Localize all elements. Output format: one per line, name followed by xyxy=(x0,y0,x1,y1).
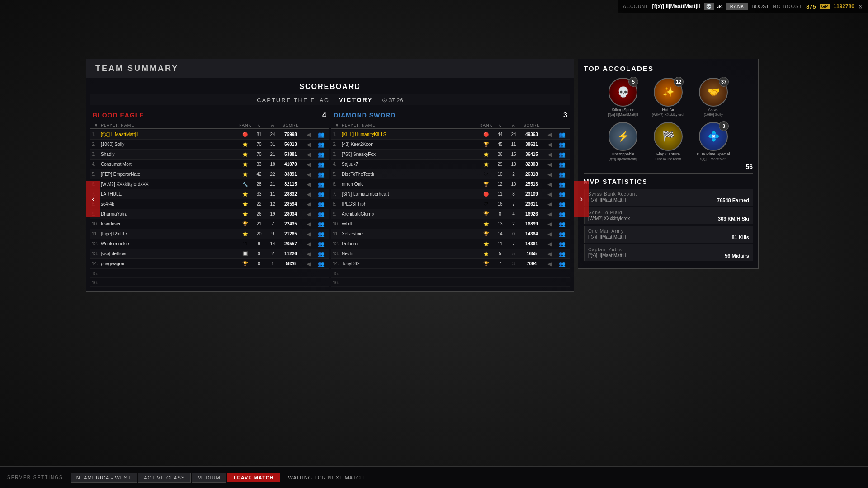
add-friend-button[interactable]: 👥 xyxy=(315,131,327,138)
mute-button[interactable]: ◀ xyxy=(543,171,556,178)
mute-button[interactable]: ◀ xyxy=(543,131,556,138)
difficulty-tag[interactable]: MEDIUM xyxy=(192,473,226,483)
mute-button[interactable]: ◀ xyxy=(302,191,315,197)
add-friend-button[interactable]: 👥 xyxy=(556,191,568,197)
mute-button[interactable]: ◀ xyxy=(302,141,315,148)
mute-button[interactable]: ◀ xyxy=(302,251,315,257)
active-class-tag[interactable]: ACTIVE CLASS xyxy=(138,473,191,483)
rank-icon: 11 xyxy=(238,241,252,246)
assists-cell: 13 xyxy=(507,162,520,167)
add-friend-button[interactable]: 👥 xyxy=(315,251,327,257)
player-name-cell: [1080] Solly xyxy=(101,142,238,147)
add-friend-button[interactable]: 👥 xyxy=(556,231,568,237)
add-friend-button[interactable]: 👥 xyxy=(556,211,568,217)
mute-button[interactable]: ◀ xyxy=(543,151,556,158)
kills-cell: 26 xyxy=(493,152,507,157)
flag-capture-label: Flag Capture xyxy=(656,152,680,157)
nav-arrow-left[interactable]: ‹ xyxy=(86,181,100,217)
nav-arrow-right[interactable]: › xyxy=(574,181,589,217)
mute-button[interactable]: ◀ xyxy=(543,251,556,257)
mute-button[interactable]: ◀ xyxy=(302,181,315,188)
add-friend-button[interactable]: 👥 xyxy=(556,241,568,247)
add-friend-button[interactable]: 👥 xyxy=(556,161,568,168)
score-cell: 75998 xyxy=(279,132,302,137)
blood-eagle-section: BLOOD EAGLE 4 # PLAYER NAME RANK K A SCO… xyxy=(90,110,329,287)
add-friend-button[interactable]: 👥 xyxy=(556,221,568,227)
mute-button[interactable]: ◀ xyxy=(543,141,556,148)
teams-container: BLOOD EAGLE 4 # PLAYER NAME RANK K A SCO… xyxy=(90,110,570,287)
mute-button[interactable]: ◀ xyxy=(543,211,556,217)
add-friend-button[interactable]: 👥 xyxy=(315,201,327,207)
mute-button[interactable]: ◀ xyxy=(543,221,556,227)
mute-button[interactable]: ◀ xyxy=(302,171,315,178)
rank-icon: 🏆 xyxy=(479,142,493,147)
add-friend-button[interactable]: 👥 xyxy=(556,141,568,148)
region-tag[interactable]: N. AMERICA - WEST xyxy=(71,473,137,483)
leave-match-button[interactable]: LEAVE MATCH xyxy=(227,473,280,482)
table-row: 4. ConsumptiMorti ⭐ 33 18 41070 ◀ 👥 xyxy=(90,160,329,169)
kills-cell: 14 xyxy=(493,231,507,236)
row-num: 13. xyxy=(333,251,342,256)
mute-button[interactable]: ◀ xyxy=(302,201,315,207)
add-friend-button[interactable]: 👥 xyxy=(315,171,327,178)
score-cell: 22435 xyxy=(279,221,302,226)
kills-cell: 28 xyxy=(252,182,266,187)
mute-button[interactable]: ◀ xyxy=(543,161,556,168)
mute-button[interactable]: ◀ xyxy=(302,261,315,267)
score-cell: 28594 xyxy=(279,202,302,206)
diamond-sword-col-headers: # PLAYER NAME RANK K A SCORE xyxy=(331,122,570,129)
rank-icon: 🏆 xyxy=(479,231,493,236)
mute-button[interactable]: ◀ xyxy=(302,211,315,217)
add-friend-button[interactable]: 👥 xyxy=(315,161,327,168)
mute-button[interactable]: ◀ xyxy=(543,241,556,247)
add-friend-button[interactable]: 👥 xyxy=(556,261,568,267)
add-friend-button[interactable]: 👥 xyxy=(556,201,568,207)
add-friend-button[interactable]: 👥 xyxy=(315,231,327,237)
assists-cell: 19 xyxy=(266,211,279,216)
player-name-cell: [<3] Keer2Koon xyxy=(342,142,479,147)
add-friend-button[interactable]: 👥 xyxy=(315,211,327,217)
add-friend-button[interactable]: 👥 xyxy=(315,141,327,148)
add-friend-button[interactable]: 👥 xyxy=(556,151,568,158)
col-num-d: # xyxy=(333,123,342,127)
table-row: 3. Shadly ⭐ 70 21 53881 ◀ 👥 xyxy=(90,150,329,160)
add-friend-button[interactable]: 👥 xyxy=(315,221,327,227)
add-friend-button[interactable]: 👥 xyxy=(315,261,327,267)
add-friend-button[interactable]: 👥 xyxy=(315,151,327,158)
mute-button[interactable]: ◀ xyxy=(543,181,556,188)
col-score: SCORE xyxy=(279,123,302,127)
hot-air-player: [WtM?] XXxkittylord: xyxy=(652,113,684,117)
add-friend-button[interactable]: 👥 xyxy=(556,251,568,257)
mute-button[interactable]: ◀ xyxy=(543,201,556,207)
table-row: 1. [KILL] HumanityKILLS 🔴 44 24 49363 ◀ … xyxy=(331,130,570,140)
table-row: 1. [f(x)] II|MaattMatt|II 🔴 81 24 75998 … xyxy=(90,130,329,140)
exit-icon[interactable]: ⊠ xyxy=(858,3,863,9)
add-friend-button[interactable]: 👥 xyxy=(315,241,327,247)
blue-plate-badge: 💠 3 xyxy=(699,122,728,151)
assists-cell: 21 xyxy=(266,182,279,187)
kills-cell: 7 xyxy=(493,261,507,266)
score-cell: 36415 xyxy=(520,152,543,157)
add-friend-button[interactable]: 👥 xyxy=(556,171,568,178)
mute-button[interactable]: ◀ xyxy=(302,231,315,237)
add-friend-button[interactable]: 👥 xyxy=(556,131,568,138)
add-friend-button[interactable]: 👥 xyxy=(315,181,327,188)
mute-button[interactable]: ◀ xyxy=(543,261,556,267)
mute-button[interactable]: ◀ xyxy=(302,221,315,227)
mute-button[interactable]: ◀ xyxy=(543,191,556,197)
accolade-flag-capture: 🏁 Flag Capture DiscToTheTeeth xyxy=(648,122,689,161)
mute-button[interactable]: ◀ xyxy=(302,131,315,138)
row-num: 14. xyxy=(333,261,342,266)
add-friend-button[interactable]: 👥 xyxy=(315,191,327,197)
mute-button[interactable]: ◀ xyxy=(302,151,315,158)
row-num: 1. xyxy=(92,132,101,137)
mute-button[interactable]: ◀ xyxy=(302,241,315,247)
kills-cell: 11 xyxy=(493,192,507,197)
mute-button[interactable]: ◀ xyxy=(543,231,556,237)
score-cell: 38621 xyxy=(520,142,543,147)
row-num: 2. xyxy=(333,142,342,147)
add-friend-button[interactable]: 👥 xyxy=(556,181,568,188)
mute-button[interactable]: ◀ xyxy=(302,161,315,168)
row-num: 9. xyxy=(333,211,342,216)
kills-cell: 11 xyxy=(493,241,507,246)
